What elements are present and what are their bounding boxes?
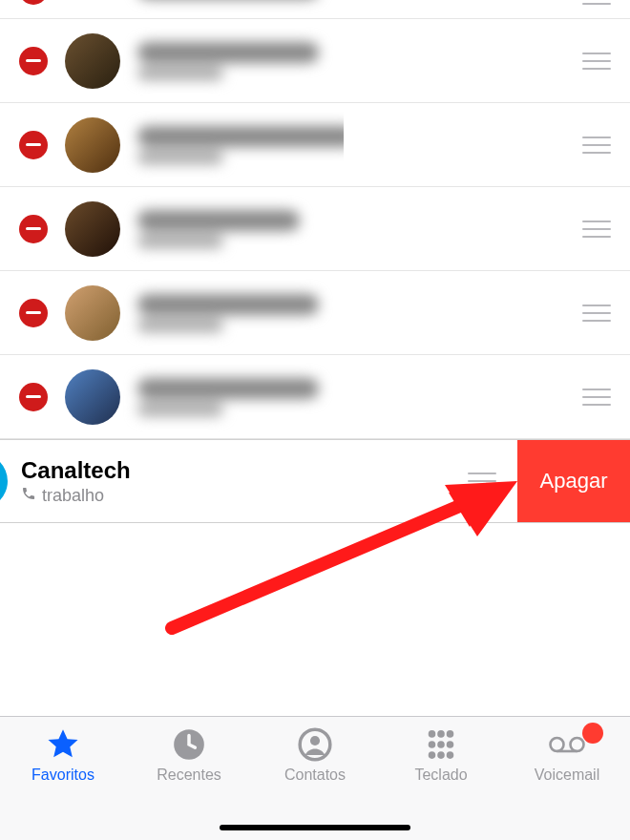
svg-point-16	[571, 738, 584, 751]
contact-avatar: T	[0, 453, 8, 509]
favorite-row[interactable]	[0, 103, 630, 187]
reorder-grip-icon[interactable]	[582, 0, 611, 5]
reorder-grip-icon[interactable]	[582, 52, 611, 70]
svg-point-14	[447, 751, 454, 759]
delete-minus-icon[interactable]	[19, 215, 48, 243]
tab-voicemail[interactable]: Voicemail	[504, 726, 630, 840]
contact-text: Canaltech trabalho	[21, 457, 468, 506]
home-indicator[interactable]	[220, 825, 410, 830]
contact-name: Canaltech	[21, 457, 468, 484]
favorite-row[interactable]	[0, 271, 630, 355]
tab-label: Recentes	[157, 766, 221, 784]
tab-bar: Favoritos Recentes Contatos	[0, 716, 630, 840]
delete-minus-icon[interactable]	[19, 0, 48, 5]
tab-label: Teclado	[414, 766, 467, 784]
favorites-list: T Canaltech trabalho Apagar	[0, 0, 630, 523]
delete-minus-icon[interactable]	[19, 383, 48, 411]
contact-avatar	[65, 33, 120, 89]
contact-avatar	[65, 117, 120, 173]
svg-point-6	[429, 730, 436, 738]
contact-label: trabalho	[42, 486, 104, 506]
contact-avatar	[65, 369, 120, 425]
tab-recents[interactable]: Recentes	[126, 726, 252, 840]
svg-point-15	[551, 738, 564, 751]
star-icon	[43, 726, 83, 763]
svg-point-5	[310, 736, 320, 746]
favorite-row[interactable]	[0, 355, 630, 439]
delete-minus-icon[interactable]	[19, 299, 48, 327]
notification-badge	[582, 723, 603, 744]
svg-point-7	[437, 730, 445, 738]
reorder-grip-icon[interactable]	[582, 388, 611, 406]
svg-point-12	[429, 751, 436, 759]
tab-label: Contatos	[284, 766, 346, 784]
tab-keypad[interactable]: Teclado	[378, 726, 504, 840]
reorder-grip-icon[interactable]	[582, 136, 611, 154]
tab-contacts[interactable]: Contatos	[252, 726, 378, 840]
favorite-row-swiped[interactable]: T Canaltech trabalho Apagar	[0, 439, 630, 523]
svg-point-11	[447, 741, 454, 748]
voicemail-icon	[547, 726, 587, 763]
delete-minus-icon[interactable]	[19, 131, 48, 159]
phone-icon	[21, 486, 36, 505]
favorite-row[interactable]	[0, 0, 630, 19]
svg-point-9	[429, 741, 436, 748]
contact-avatar	[65, 201, 120, 257]
keypad-icon	[421, 726, 461, 763]
reorder-grip-icon[interactable]	[582, 220, 611, 238]
reorder-grip-icon[interactable]	[582, 304, 611, 322]
delete-button[interactable]: Apagar	[517, 440, 630, 522]
svg-point-10	[437, 741, 445, 748]
contact-subtitle: trabalho	[21, 486, 468, 506]
tab-label: Voicemail	[535, 766, 599, 784]
svg-point-8	[447, 730, 454, 738]
reorder-grip-icon[interactable]	[468, 472, 496, 490]
tab-favorites[interactable]: Favoritos	[0, 726, 126, 840]
clock-icon	[169, 726, 209, 763]
phone-favorites-edit-screen: T Canaltech trabalho Apagar	[0, 0, 630, 840]
favorite-row[interactable]	[0, 19, 630, 103]
favorite-row[interactable]	[0, 187, 630, 271]
tab-label: Favoritos	[32, 766, 94, 784]
person-circle-icon	[295, 726, 335, 763]
delete-minus-icon[interactable]	[19, 47, 48, 75]
contact-avatar	[65, 285, 120, 341]
svg-point-13	[437, 751, 445, 759]
